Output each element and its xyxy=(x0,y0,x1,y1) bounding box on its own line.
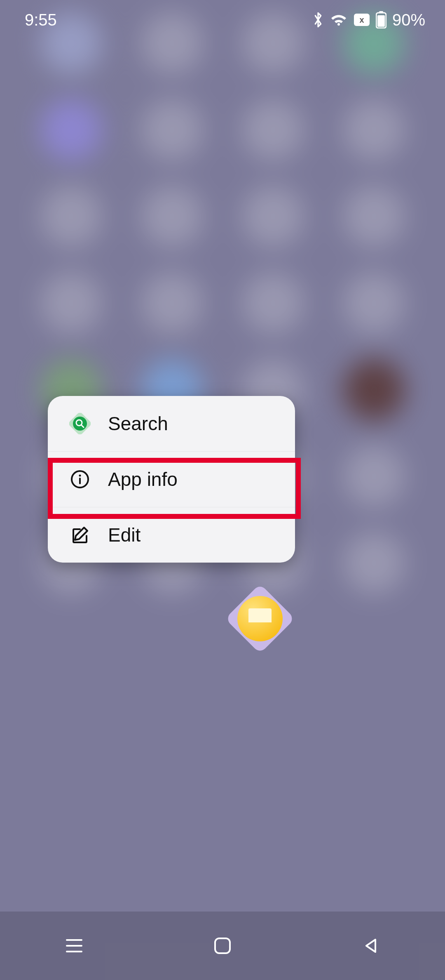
search-icon xyxy=(69,413,91,434)
status-time: 9:55 xyxy=(25,11,57,29)
recent-apps-button[interactable] xyxy=(63,934,86,957)
svg-rect-15 xyxy=(215,938,230,953)
info-icon xyxy=(69,469,91,490)
status-bar: 9:55 x 90% xyxy=(0,0,445,40)
menu-item-search[interactable]: Search xyxy=(48,396,295,452)
status-right: x 90% xyxy=(312,11,425,29)
menu-item-label: Search xyxy=(108,412,168,435)
menu-item-label: App info xyxy=(108,468,178,490)
no-sim-icon: x xyxy=(354,13,370,26)
menu-item-app-info[interactable]: App info xyxy=(48,452,295,507)
svg-point-11 xyxy=(79,475,81,477)
bluetooth-icon xyxy=(312,12,324,28)
wifi-icon xyxy=(330,12,348,27)
home-button[interactable] xyxy=(211,934,234,957)
svg-rect-4 xyxy=(377,15,385,27)
menu-item-edit[interactable]: Edit xyxy=(48,507,295,563)
app-context-menu: Search App info Edit xyxy=(48,396,295,563)
edit-icon xyxy=(69,524,91,546)
battery-percent: 90% xyxy=(392,11,425,29)
navigation-bar xyxy=(0,912,445,980)
selected-app-files[interactable] xyxy=(231,590,289,648)
svg-point-6 xyxy=(73,417,87,431)
back-button[interactable] xyxy=(359,934,382,957)
folder-icon xyxy=(237,596,283,641)
battery-icon xyxy=(376,11,386,28)
menu-item-label: Edit xyxy=(108,524,141,546)
svg-text:x: x xyxy=(359,15,364,24)
